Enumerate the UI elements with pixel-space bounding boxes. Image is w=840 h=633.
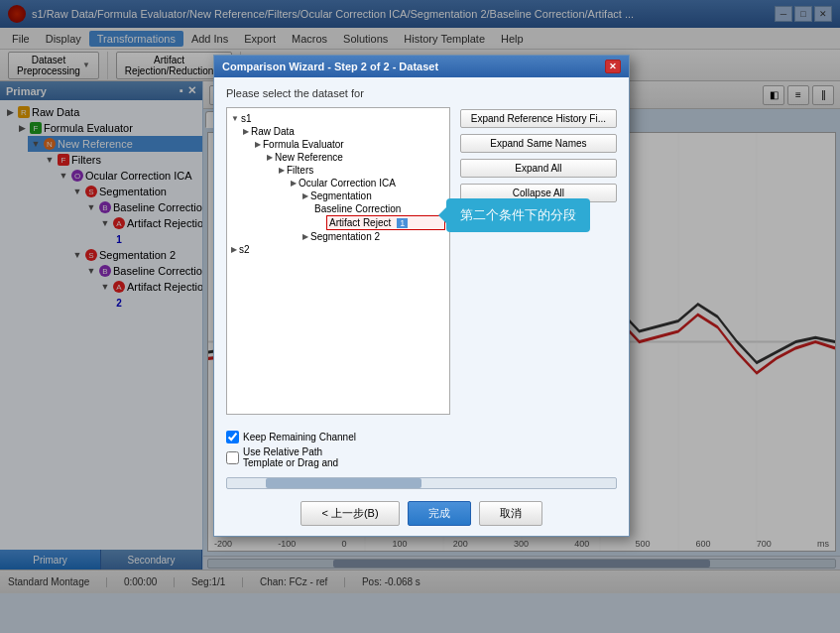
finish-button[interactable]: 完成 xyxy=(408,501,471,526)
keep-remaining-channel-label: Keep Remaining Channel xyxy=(243,432,356,443)
expand-icon: ▶ xyxy=(243,127,249,136)
modal-tree-artifact[interactable]: Artifact Reject 1 xyxy=(326,215,445,230)
modal-formula-children: ▶ New Reference ▶ Filters xyxy=(255,151,445,243)
expand-icon: ▶ xyxy=(291,179,297,188)
modal-ocular-children: ▶ Segmentation Baseline Correction xyxy=(291,190,445,243)
comparison-wizard-dialog: Comparison Wizard - Step 2 of 2 - Datase… xyxy=(213,55,630,537)
modal-content: Please select the dataset for ▼ s1 ▶ Raw… xyxy=(214,77,629,425)
modal-close-button[interactable]: ✕ xyxy=(605,60,621,73)
modal-tree-ocular[interactable]: ▶ Ocular Correction ICA xyxy=(291,177,445,190)
keep-remaining-channel-checkbox-row: Keep Remaining Channel xyxy=(226,431,617,443)
modal-ocular-label: Ocular Correction ICA xyxy=(299,178,396,189)
tooltip-text: 第二个条件下的分段 xyxy=(460,207,576,222)
back-button[interactable]: < 上一步(B) xyxy=(300,501,399,526)
modal-dataset-tree: ▼ s1 ▶ Raw Data ▶ xyxy=(226,107,450,415)
modal-raw-children: ▶ Formula Evaluator ▶ New Reference xyxy=(243,138,445,243)
s2-label: s2 xyxy=(239,244,250,255)
modal-tree-formula[interactable]: ▶ Formula Evaluator xyxy=(255,138,445,151)
modal-body: ▼ s1 ▶ Raw Data ▶ xyxy=(226,107,617,415)
s1-label: s1 xyxy=(241,113,252,124)
modal-raw-label: Raw Data xyxy=(251,126,295,137)
modal-seg-children: Baseline Correction Artifact Reject xyxy=(302,202,445,230)
tree-scroll-thumb[interactable] xyxy=(266,478,421,488)
modal-s1-children: ▶ Raw Data ▶ Formula Evaluator xyxy=(231,125,445,243)
modal-tree-raw-data[interactable]: ▶ Raw Data xyxy=(243,125,445,138)
expand-icon: ▶ xyxy=(302,232,308,241)
expand-same-names-button[interactable]: Expand Same Names xyxy=(460,134,617,153)
use-relative-path-checkbox-row: Use Relative PathTemplate or Drag and xyxy=(226,446,617,468)
modal-tree-new-ref[interactable]: ▶ New Reference xyxy=(267,151,445,164)
modal-seg2-label: Segmentation 2 xyxy=(310,231,380,242)
artifact-num-badge: 1 xyxy=(397,218,408,228)
expand-icon: ▼ xyxy=(231,114,239,123)
modal-titlebar: Comparison Wizard - Step 2 of 2 - Datase… xyxy=(214,56,629,77)
modal-tree-s2[interactable]: ▶ s2 xyxy=(231,243,445,256)
expand-reference-history-button[interactable]: Expand Reference History Fi... xyxy=(460,109,617,128)
modal-tree-baseline[interactable]: Baseline Correction xyxy=(314,202,445,215)
modal-footer-buttons: < 上一步(B) 完成 取消 xyxy=(214,493,629,536)
expand-icon: ▶ xyxy=(302,191,308,200)
expand-icon: ▶ xyxy=(231,245,237,254)
use-relative-path-checkbox[interactable] xyxy=(226,451,239,464)
modal-filters-children: ▶ Ocular Correction ICA ▶ S xyxy=(279,177,445,243)
modal-tree-seg2[interactable]: ▶ Segmentation 2 xyxy=(302,230,445,243)
tooltip-bubble: 第二个条件下的分段 xyxy=(446,198,590,232)
modal-tree-filters[interactable]: ▶ Filters xyxy=(279,164,445,177)
expand-icon: ▶ xyxy=(267,153,273,162)
modal-tree-segmentation[interactable]: ▶ Segmentation xyxy=(302,190,445,202)
keep-remaining-channel-checkbox[interactable] xyxy=(226,431,239,443)
expand-icon: ▶ xyxy=(279,166,285,175)
modal-baseline-label: Baseline Correction xyxy=(314,203,401,214)
cancel-button[interactable]: 取消 xyxy=(479,501,542,526)
modal-filters-label: Filters xyxy=(287,165,313,176)
modal-new-ref-label: New Reference xyxy=(275,152,343,163)
modal-tree-s1[interactable]: ▼ s1 xyxy=(231,112,445,125)
use-relative-path-label: Use Relative PathTemplate or Drag and xyxy=(243,446,338,468)
modal-new-ref-children: ▶ Filters ▶ Ocular Correction ICA xyxy=(267,164,445,243)
modal-subtitle: Please select the dataset for xyxy=(226,87,617,99)
modal-baseline-children: Artifact Reject 1 xyxy=(314,215,445,230)
modal-action-buttons: Expand Reference History Fi... Expand Sa… xyxy=(460,107,617,415)
expand-icon: ▶ xyxy=(255,140,261,149)
modal-footer: Keep Remaining Channel Use Relative Path… xyxy=(214,425,629,477)
expand-all-button[interactable]: Expand All xyxy=(460,159,617,178)
modal-formula-label: Formula Evaluator xyxy=(263,139,344,150)
modal-seg-label: Segmentation xyxy=(310,190,372,201)
modal-artifact-label: Artifact Reject xyxy=(329,217,391,228)
modal-title: Comparison Wizard - Step 2 of 2 - Datase… xyxy=(222,61,438,72)
